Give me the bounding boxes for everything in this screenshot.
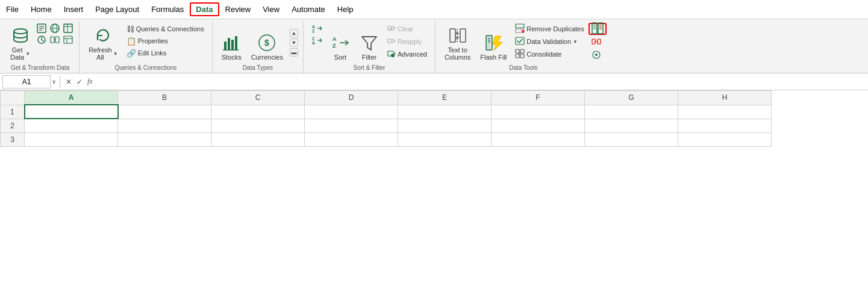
cell-E1[interactable] <box>398 105 492 119</box>
sort-az-button[interactable]: A Z <box>308 23 325 35</box>
reapply-button[interactable]: Reapply <box>384 36 430 48</box>
stocks-label: Stocks <box>222 54 242 61</box>
what-if-highlighted-button[interactable] <box>589 23 607 35</box>
menu-formulas[interactable]: Formulas <box>145 2 190 16</box>
flash-fill-label: Flash Fill <box>480 54 507 61</box>
menu-review[interactable]: Review <box>219 2 257 16</box>
data-validation-button[interactable]: Data Validation ▼ <box>512 36 587 48</box>
remove-duplicates-button[interactable]: Remove Duplicates <box>512 23 587 35</box>
cell-F2[interactable] <box>492 119 585 132</box>
col-header-C[interactable]: C <box>211 91 305 105</box>
col-header-E[interactable]: E <box>398 91 492 105</box>
text-to-columns-icon <box>448 26 467 45</box>
row-header-1: 1 <box>1 105 25 119</box>
cell-D2[interactable] <box>305 119 398 132</box>
queries-connections-button[interactable]: ⛓ Queries & Connections <box>123 23 207 35</box>
edit-links-icon: 🔗 <box>126 49 136 58</box>
confirm-formula-icon[interactable]: ✓ <box>75 78 84 86</box>
menu-file[interactable]: File <box>0 2 25 16</box>
cell-H3[interactable] <box>678 132 772 146</box>
menu-page-layout[interactable]: Page Layout <box>89 2 145 16</box>
properties-button[interactable]: 📋 Properties <box>123 35 207 47</box>
expand-icon[interactable]: ∨ <box>52 78 56 85</box>
scroll-up-arrow[interactable]: ▲ <box>290 29 298 37</box>
col-header-D[interactable]: D <box>305 91 398 105</box>
cell-A2[interactable] <box>25 119 118 132</box>
spreadsheet: A B C D E F G H 1 <box>0 90 868 147</box>
cell-B2[interactable] <box>118 119 211 132</box>
menu-view[interactable]: View <box>257 2 286 16</box>
relationships-button[interactable] <box>589 36 607 48</box>
data-validation-label: Data Validation <box>526 38 571 45</box>
consolidate-button[interactable]: Consolidate <box>512 48 587 60</box>
advanced-button[interactable]: Advanced <box>384 48 430 60</box>
menu-bar: File Home Insert Page Layout Formulas Da… <box>0 0 868 19</box>
menu-automate[interactable]: Automate <box>286 2 331 16</box>
edit-links-button[interactable]: 🔗 Edit Links <box>123 47 207 59</box>
manage-model-button[interactable] <box>589 49 607 61</box>
consolidate-label: Consolidate <box>526 51 561 58</box>
cell-A1[interactable] <box>25 105 118 119</box>
svg-rect-63 <box>598 23 603 34</box>
data-types-area: Stocks $ Currencies ▲ ▼ ▬ <box>217 23 298 63</box>
refresh-all-button[interactable]: RefreshAll ▼ <box>84 23 122 63</box>
from-web-icon[interactable] <box>49 23 61 34</box>
flash-fill-button[interactable]: Flash Fill <box>476 23 511 63</box>
cell-F3[interactable] <box>492 132 585 146</box>
stocks-button[interactable]: Stocks <box>217 23 246 63</box>
col-header-H[interactable]: H <box>678 91 772 105</box>
cell-D1[interactable] <box>305 105 398 119</box>
get-data-recent-icon[interactable] <box>36 34 48 45</box>
cell-C3[interactable] <box>211 132 305 146</box>
cancel-formula-icon[interactable]: ✕ <box>64 78 73 86</box>
get-data-button[interactable]: GetData ▼ <box>6 23 34 63</box>
col-header-G[interactable]: G <box>585 91 678 105</box>
col-header-B[interactable]: B <box>118 91 211 105</box>
filter-button[interactable]: Filter <box>355 23 383 63</box>
cell-reference-input[interactable] <box>2 75 51 88</box>
sort-button[interactable]: A Z Sort <box>326 23 354 63</box>
cell-H1[interactable] <box>678 105 772 119</box>
cell-E2[interactable] <box>398 119 492 132</box>
menu-help[interactable]: Help <box>331 2 360 16</box>
currencies-button[interactable]: $ Currencies <box>247 23 287 63</box>
sort-za-button[interactable]: Z A <box>308 35 325 47</box>
cell-H2[interactable] <box>678 119 772 132</box>
get-data-extra3-icon[interactable] <box>62 34 74 45</box>
scroll-down-arrow[interactable]: ▼ <box>290 39 298 47</box>
cell-C1[interactable] <box>211 105 305 119</box>
queries-connections-icon: ⛓ <box>126 25 134 34</box>
get-data-existing-icon[interactable] <box>49 34 61 45</box>
row-header-3: 3 <box>1 132 25 146</box>
from-text-icon[interactable] <box>36 23 48 34</box>
svg-rect-71 <box>598 39 601 44</box>
menu-insert[interactable]: Insert <box>58 2 90 16</box>
cell-G2[interactable] <box>585 119 678 132</box>
cell-B1[interactable] <box>118 105 211 119</box>
clear-button[interactable]: Clear <box>384 23 430 35</box>
refresh-all-icon <box>93 26 113 45</box>
cell-F1[interactable] <box>492 105 585 119</box>
clear-icon <box>387 24 396 34</box>
formula-input[interactable] <box>96 76 866 87</box>
menu-home[interactable]: Home <box>25 2 58 16</box>
manage-model-icon <box>592 50 601 61</box>
cell-G1[interactable] <box>585 105 678 119</box>
col-header-F[interactable]: F <box>492 91 585 105</box>
queries-label: Queries & Connections <box>84 63 207 73</box>
text-to-columns-button[interactable]: Text toColumns <box>440 23 475 63</box>
cell-G3[interactable] <box>585 132 678 146</box>
cell-D3[interactable] <box>305 132 398 146</box>
col-header-A[interactable]: A <box>25 91 118 105</box>
insert-function-icon[interactable]: fx <box>86 77 95 86</box>
cell-B3[interactable] <box>118 132 211 146</box>
scroll-expand-arrow[interactable]: ▬ <box>290 48 298 57</box>
remove-duplicates-label: Remove Duplicates <box>526 25 584 33</box>
cell-A3[interactable] <box>25 132 118 146</box>
menu-data[interactable]: Data <box>190 2 219 16</box>
from-table-icon[interactable] <box>62 23 74 34</box>
cell-E3[interactable] <box>398 132 492 146</box>
svg-rect-58 <box>516 54 519 58</box>
cell-C2[interactable] <box>211 119 305 132</box>
queries-small-buttons: ⛓ Queries & Connections 📋 Properties 🔗 E… <box>123 23 207 59</box>
